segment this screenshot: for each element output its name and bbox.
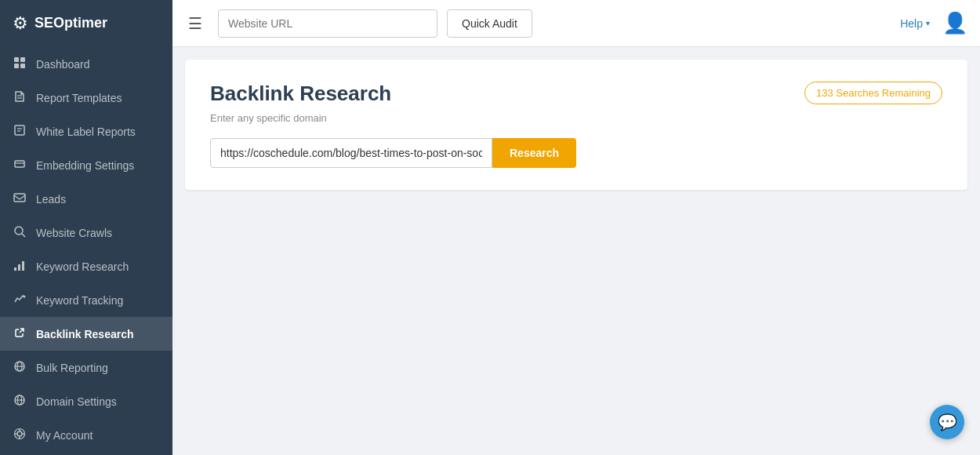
sidebar-label-keyword-research: Keyword Research (36, 260, 129, 273)
user-avatar-icon[interactable]: 👤 (942, 11, 967, 35)
sidebar-label-leads: Leads (36, 193, 66, 206)
svg-rect-1 (20, 57, 25, 62)
sidebar-label-my-account: My Account (36, 429, 93, 442)
svg-rect-14 (14, 268, 16, 271)
searches-remaining-badge: 133 Searches Remaining (804, 82, 942, 104)
domain-input[interactable] (210, 138, 492, 168)
svg-rect-2 (14, 64, 19, 68)
svg-rect-3 (20, 64, 25, 68)
svg-line-13 (22, 234, 25, 237)
logo-icon: ⚙ (13, 13, 28, 34)
search-row: Research (210, 138, 942, 168)
sidebar-item-my-account[interactable]: My Account (0, 418, 172, 452)
my-account-icon (13, 428, 27, 442)
keyword-research-icon (13, 259, 27, 274)
svg-rect-6 (15, 126, 24, 135)
content-header: Backlink Research 133 Searches Remaining (210, 82, 942, 106)
website-url-input[interactable] (218, 9, 437, 38)
chat-button[interactable]: 💬 (930, 405, 964, 439)
sidebar-label-report-templates: Report Templates (36, 92, 122, 104)
sidebar-label-embedding-settings: Embedding Settings (36, 159, 134, 172)
sidebar-item-dashboard[interactable]: Dashboard (0, 47, 172, 81)
svg-rect-15 (18, 264, 20, 271)
bulk-reporting-icon (13, 360, 27, 375)
sidebar-label-white-label-reports: White Label Reports (36, 126, 136, 138)
topbar-right: Help ▾ 👤 (900, 11, 967, 35)
help-label: Help (900, 17, 923, 30)
main-layout: DashboardReport TemplatesWhite Label Rep… (0, 47, 980, 455)
page-title: Backlink Research (210, 82, 391, 106)
sidebar-item-report-templates[interactable]: Report Templates (0, 81, 172, 115)
subtitle: Enter any specific domain (210, 112, 942, 124)
chat-icon: 💬 (938, 413, 957, 431)
report-templates-icon (13, 90, 27, 105)
sidebar-item-bulk-reporting[interactable]: Bulk Reporting (0, 351, 172, 384)
content-panel: Backlink Research 133 Searches Remaining… (185, 60, 967, 190)
chevron-down-icon: ▾ (926, 19, 930, 27)
embedding-settings-icon (13, 158, 27, 173)
svg-rect-9 (15, 161, 24, 167)
bottom-area (172, 202, 980, 455)
quick-audit-button[interactable]: Quick Audit (447, 9, 532, 38)
svg-point-17 (24, 296, 26, 298)
sidebar-label-website-crawls: Website Crawls (36, 227, 112, 239)
leads-icon (13, 191, 27, 206)
content-area: Backlink Research 133 Searches Remaining… (172, 47, 980, 455)
sidebar-item-website-crawls[interactable]: Website Crawls (0, 216, 172, 249)
sidebar-label-keyword-tracking: Keyword Tracking (36, 294, 123, 307)
svg-point-22 (17, 431, 22, 436)
svg-rect-11 (14, 194, 25, 202)
research-button[interactable]: Research (492, 138, 576, 168)
svg-rect-0 (14, 57, 19, 62)
sidebar-label-dashboard: Dashboard (36, 58, 90, 71)
sidebar-label-backlink-research: Backlink Research (36, 328, 134, 340)
topbar: ⚙ SEOptimer ☰ Quick Audit Help ▾ 👤 (0, 0, 980, 47)
svg-point-12 (15, 227, 23, 235)
sidebar-item-keyword-research[interactable]: Keyword Research (0, 249, 172, 283)
dashboard-icon (13, 56, 27, 71)
help-button[interactable]: Help ▾ (900, 17, 930, 30)
website-crawls-icon (13, 225, 27, 240)
sidebar-item-backlink-research[interactable]: Backlink Research (0, 317, 172, 351)
svg-rect-16 (22, 261, 24, 271)
domain-settings-icon (13, 394, 27, 409)
sidebar-item-white-label-reports[interactable]: White Label Reports (0, 115, 172, 148)
sidebar: DashboardReport TemplatesWhite Label Rep… (0, 47, 172, 455)
sidebar-item-domain-settings[interactable]: Domain Settings (0, 384, 172, 418)
hamburger-button[interactable]: ☰ (182, 11, 209, 36)
sidebar-item-embedding-settings[interactable]: Embedding Settings (0, 148, 172, 182)
logo-text: SEOptimer (34, 15, 107, 31)
logo: ⚙ SEOptimer (0, 0, 172, 47)
white-label-reports-icon (13, 124, 27, 139)
sidebar-label-domain-settings: Domain Settings (36, 395, 117, 408)
backlink-research-icon (13, 326, 27, 341)
sidebar-item-keyword-tracking[interactable]: Keyword Tracking (0, 283, 172, 317)
sidebar-label-bulk-reporting: Bulk Reporting (36, 362, 108, 374)
keyword-tracking-icon (13, 293, 27, 308)
sidebar-item-leads[interactable]: Leads (0, 182, 172, 216)
